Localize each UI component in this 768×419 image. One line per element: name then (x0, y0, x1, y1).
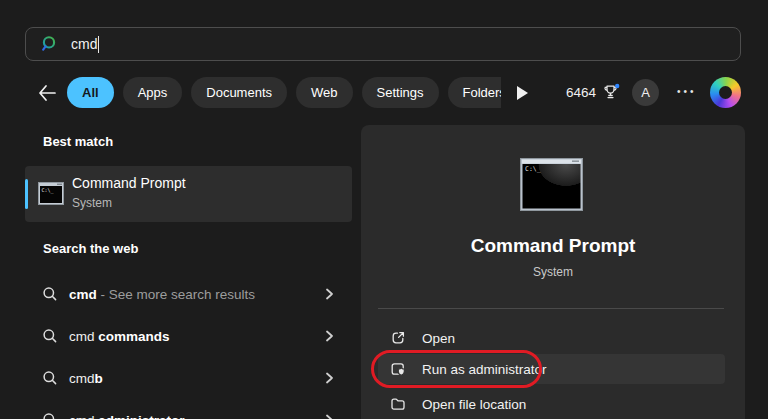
action-label: Run as administrator (422, 362, 547, 377)
chevron-right-icon[interactable] (323, 372, 335, 384)
search-glyph-icon (42, 328, 58, 344)
tab-label: Apps (138, 85, 168, 100)
chevron-right-icon[interactable] (323, 330, 335, 342)
preview-title: Command Prompt (361, 235, 745, 257)
search-glyph-icon (42, 370, 58, 386)
tab-label: All (82, 85, 99, 100)
preview-panel: C:\_ Command Prompt System Open Run as a… (361, 125, 745, 419)
action-label: Open (422, 331, 455, 346)
suggestion-text: cmd commands (69, 329, 170, 344)
open-icon (390, 330, 406, 346)
web-suggestion-row[interactable]: cmd commands (25, 315, 352, 357)
search-icon (41, 35, 59, 53)
tab-settings[interactable]: Settings (362, 77, 439, 108)
suggestion-tail: - See more search results (97, 287, 255, 302)
suggestion-bold: commands (98, 329, 169, 344)
search-bar[interactable]: cmd (25, 27, 741, 61)
tab-label: Folders (463, 85, 502, 100)
suggestion-bold: administrator (98, 413, 184, 419)
rewards-trophy-icon[interactable] (601, 83, 621, 102)
suggestion-bold: b (95, 371, 103, 386)
avatar-initial: A (641, 85, 650, 100)
tab-label: Documents (206, 85, 272, 100)
scroll-tabs-right-icon[interactable] (517, 86, 528, 100)
action-open-file-location[interactable]: Open file location (378, 389, 725, 419)
suggestion-bold: cmd (69, 287, 97, 302)
preview-subtitle: System (361, 265, 745, 279)
suggestion-text: cmd administrator (69, 413, 185, 419)
best-match-result[interactable]: C:\_ Command Prompt System (25, 166, 352, 222)
web-suggestion-row[interactable]: cmd administrator (25, 399, 352, 419)
svg-text:C:\_: C:\_ (525, 165, 541, 173)
divider (378, 308, 724, 309)
web-suggestion-row[interactable]: cmdb (25, 357, 352, 399)
tab-apps[interactable]: Apps (123, 77, 183, 108)
cmd-app-icon-large: C:\_ (520, 158, 583, 211)
best-match-subtitle: System (72, 196, 112, 210)
cmd-app-icon: C:\_ (38, 182, 64, 205)
filter-bar: All Apps Documents Web Settings Folders … (0, 77, 768, 109)
action-run-as-administrator[interactable]: Run as administrator (378, 354, 725, 384)
copilot-icon[interactable] (710, 77, 741, 108)
selection-accent-bar (25, 179, 28, 209)
back-button[interactable] (36, 83, 58, 103)
suggestion-text: cmdb (69, 371, 103, 386)
admin-shield-icon (390, 361, 406, 377)
tab-label: Web (311, 85, 338, 100)
tab-all[interactable]: All (67, 77, 114, 108)
search-input[interactable]: cmd (71, 36, 97, 52)
action-label: Open file location (422, 397, 526, 412)
account-avatar[interactable]: A (632, 79, 659, 106)
tab-web[interactable]: Web (296, 77, 353, 108)
filter-tabs: All Apps Documents Web Settings Folders … (67, 77, 501, 109)
chevron-right-icon[interactable] (323, 288, 335, 300)
more-options-icon[interactable]: ••• (677, 86, 697, 97)
folder-icon (390, 396, 406, 412)
suggestion-lead: cmd (69, 329, 98, 344)
best-match-title: Command Prompt (72, 175, 186, 191)
best-match-header: Best match (43, 134, 113, 149)
text-caret (98, 36, 99, 53)
search-glyph-icon (42, 412, 58, 419)
web-suggestion-row[interactable]: cmd - See more search results (25, 273, 352, 315)
search-web-header: Search the web (43, 241, 138, 256)
tab-documents[interactable]: Documents (191, 77, 287, 108)
chevron-right-icon[interactable] (323, 414, 335, 419)
tab-label: Settings (377, 85, 424, 100)
rewards-points: 6464 (552, 85, 596, 100)
tab-folders[interactable]: Folders (448, 77, 502, 108)
suggestion-lead: cmd (69, 413, 98, 419)
action-open[interactable]: Open (378, 323, 725, 353)
search-glyph-icon (42, 286, 58, 302)
suggestion-text: cmd - See more search results (69, 287, 255, 302)
svg-text:C:\_: C:\_ (42, 187, 55, 194)
suggestion-lead: cmd (69, 371, 95, 386)
